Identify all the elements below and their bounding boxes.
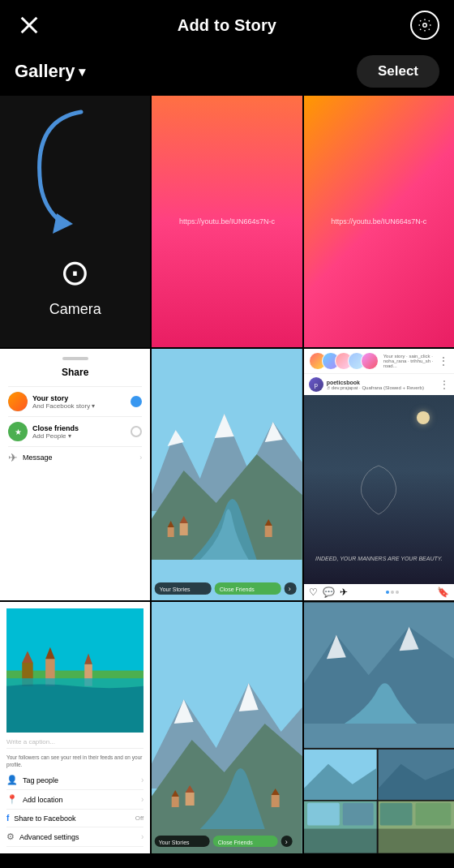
message-arrow: ›: [139, 453, 142, 462]
reel-preview-svg: [6, 608, 143, 733]
share-main-label: Your story: [32, 394, 126, 402]
share-title: Share: [8, 367, 142, 378]
chevron-down-icon: ▾: [79, 64, 85, 79]
insta-song-more[interactable]: ⋮: [439, 379, 449, 390]
close-friends-avatar: ★: [8, 422, 28, 441]
svg-rect-36: [172, 797, 179, 807]
insta-moon: [417, 411, 430, 424]
svg-rect-58: [307, 803, 340, 826]
divider-3: [8, 446, 142, 447]
tag-people-arrow: ›: [141, 776, 143, 784]
svg-rect-60: [379, 803, 412, 826]
insta-song-row: p poeticsbook ♬ dev.prajapat · Quafrana …: [304, 374, 454, 395]
reel-description: Your followers can see your reel in thei…: [6, 754, 143, 768]
insta-names-text: Your story · sain_click · noha_rana · tr…: [383, 354, 435, 368]
insta-avatars: [309, 352, 374, 370]
share-radio-selected[interactable]: [131, 396, 142, 407]
divider: [8, 386, 142, 387]
insta-post-header: Your story · sain_click · noha_rana · tr…: [304, 349, 454, 374]
reel-cell[interactable]: Edit cover Write a caption... Your follo…: [0, 602, 150, 853]
like-icon[interactable]: ♡: [309, 587, 318, 598]
svg-rect-14: [265, 526, 272, 537]
river-scene-svg: Your Stories Close Friends ›: [152, 349, 302, 600]
camera-cell[interactable]: ⊙ Camera: [0, 96, 150, 347]
camera-icon: ⊙: [60, 251, 90, 293]
bottom-mountain-cell[interactable]: Your Stories Close Friends ›: [152, 602, 302, 853]
advanced-settings-label: Advanced settings: [19, 833, 79, 841]
facebook-icon: f: [6, 814, 9, 823]
svg-rect-40: [272, 795, 280, 807]
arrow-icon: [16, 104, 114, 234]
insta-username: poeticsbook: [327, 380, 424, 385]
insta-map-svg: [346, 458, 411, 522]
toolbar: Gallery ▾ Select: [0, 50, 454, 96]
insta-more-icon[interactable]: ⋮: [438, 355, 449, 367]
insta-song-text: ♬ dev.prajapat · Quafrana (Slowed + Reve…: [327, 385, 424, 390]
bottom-mountain-svg: Your Stories Close Friends ›: [152, 602, 302, 853]
svg-rect-38: [186, 793, 195, 806]
gradient-pink-cell[interactable]: https://youtu.be/IUN664s7N-c: [152, 96, 302, 347]
carousel-dots: [386, 591, 399, 594]
svg-text:›: ›: [289, 585, 291, 593]
close-button[interactable]: [15, 11, 44, 40]
instagram-post-cell[interactable]: Your story · sain_click · noha_rana · tr…: [304, 349, 454, 600]
svg-rect-59: [342, 803, 373, 826]
insta-song-info: poeticsbook ♬ dev.prajapat · Quafrana (S…: [327, 380, 424, 390]
url-text-2: https://youtu.be/IUN664s7N-c: [328, 214, 430, 229]
insta-song-avatar: p: [309, 377, 323, 392]
share-cf-main: Close friends: [32, 424, 126, 432]
share-message-row[interactable]: ✈ Message ›: [8, 449, 142, 466]
gradient-orange-cell[interactable]: https://youtu.be/IUN664s7N-c: [304, 96, 454, 347]
insta-names: Your story · sain_click · noha_rana · tr…: [383, 354, 435, 368]
bookmark-icon[interactable]: 🔖: [437, 587, 449, 598]
share-close-friends-row[interactable]: ★ Close friends Add People ▾: [8, 419, 142, 445]
share-your-story-text: Your story And Facebook story ▾: [32, 394, 126, 410]
share-icon[interactable]: ✈: [340, 587, 348, 598]
gallery-label-text: Gallery: [15, 61, 75, 82]
share-sub-label: And Facebook story ▾: [32, 402, 126, 410]
location-arrow: ›: [141, 795, 143, 804]
svg-rect-12: [180, 523, 188, 535]
select-button[interactable]: Select: [357, 55, 439, 88]
tag-people-icon: 👤: [6, 775, 18, 785]
comment-icon[interactable]: 💬: [323, 587, 335, 598]
insta-quote-text: INDEED, YOUR MANNERS ARE YOUR BEAUTY.: [307, 550, 451, 568]
location-label: Add location: [23, 796, 63, 804]
share-radio-empty[interactable]: [131, 426, 142, 437]
facebook-label: Share to Facebook: [14, 814, 75, 823]
gallery-dropdown[interactable]: Gallery ▾: [15, 61, 85, 82]
camera-label: Camera: [49, 301, 101, 318]
share-dialog-cell[interactable]: Share Your story And Facebook story ▾ ★ …: [0, 349, 150, 600]
share-handle: [62, 357, 88, 360]
svg-point-2: [423, 24, 427, 28]
carousel-dot-active: [386, 591, 389, 594]
reel-option-facebook[interactable]: f Share to Facebook Off: [6, 810, 143, 827]
tag-people-label: Tag people: [23, 776, 58, 784]
settings-button[interactable]: [410, 11, 439, 40]
svg-text:›: ›: [285, 838, 288, 846]
insta-actions-bar: ♡ 💬 ✈ 🔖: [304, 584, 454, 600]
reel-preview: Edit cover: [6, 608, 143, 733]
insta-dark-content: INDEED, YOUR MANNERS ARE YOUR BEAUTY.: [304, 395, 454, 584]
advanced-arrow: ›: [141, 832, 143, 841]
share-your-story-row[interactable]: Your story And Facebook story ▾: [8, 389, 142, 415]
svg-text:Your Stories: Your Stories: [159, 840, 190, 845]
media-grid: ⊙ Camera https://youtu.be/IUN664s7N-c ht…: [0, 96, 454, 853]
location-icon: 📍: [6, 794, 18, 805]
collage-svg: [304, 602, 454, 853]
svg-rect-61: [415, 803, 451, 826]
bottom-collage-cell[interactable]: [304, 602, 454, 853]
reel-option-advanced[interactable]: ⚙ Advanced settings ›: [6, 827, 143, 847]
svg-rect-10: [168, 527, 174, 537]
page-title: Add to Story: [178, 16, 276, 35]
river-cell[interactable]: Your Stories Close Friends ›: [152, 349, 302, 600]
reel-option-tag[interactable]: 👤 Tag people ›: [6, 771, 143, 790]
svg-rect-62: [304, 829, 454, 853]
svg-text:Close Friends: Close Friends: [218, 840, 254, 845]
insta-avatar-5: [361, 352, 379, 370]
reel-option-location[interactable]: 📍 Add location ›: [6, 790, 143, 810]
url-text-1: https://youtu.be/IUN664s7N-c: [176, 214, 278, 229]
reel-caption-input[interactable]: Write a caption...: [6, 736, 143, 749]
facebook-toggle[interactable]: Off: [135, 814, 144, 822]
share-cf-sub: Add People ▾: [32, 432, 126, 440]
